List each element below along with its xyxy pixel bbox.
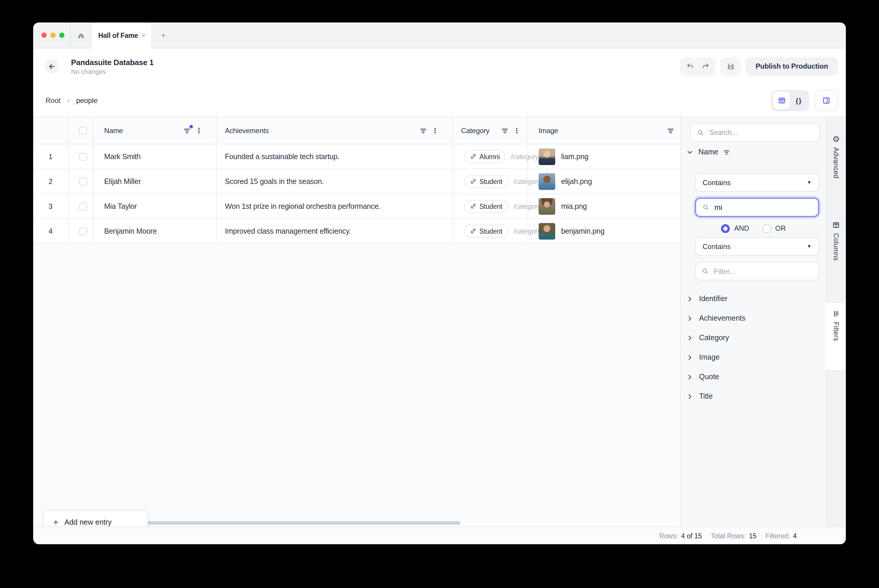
achievement-cell[interactable]: Improved class management efficiency.	[225, 219, 351, 243]
row-number: 1	[33, 144, 68, 169]
redo-button[interactable]	[702, 62, 710, 70]
image-cell[interactable]: benjamin.png	[539, 219, 605, 243]
close-window-button[interactable]	[41, 33, 47, 38]
plus-icon: +	[53, 517, 59, 526]
operator-select-1[interactable]: Contains ▼	[695, 173, 819, 192]
name-cell[interactable]: Benjamin Moore	[104, 219, 157, 243]
data-grid: Name ⋮ Achievements ⋮	[33, 117, 680, 244]
row-checkbox[interactable]	[79, 177, 87, 185]
achievement-cell[interactable]: Founded a sustainable tech startup.	[225, 144, 340, 169]
collapsed-filter-section[interactable]: Identifier	[686, 292, 727, 305]
table-row[interactable]: 3 Mia Taylor Won 1st prize in regional o…	[33, 194, 680, 219]
collapsed-section-label: Quote	[699, 373, 719, 381]
collapsed-filter-section[interactable]: Quote	[686, 370, 719, 383]
operator-value: Contains	[703, 242, 731, 250]
filter-section-name[interactable]: Name	[686, 146, 731, 159]
filter-icon-image[interactable]	[667, 126, 675, 135]
tab-close-icon[interactable]: ×	[141, 32, 146, 39]
image-thumbnail[interactable]	[539, 223, 555, 239]
collapsed-filter-section[interactable]: Achievements	[686, 312, 745, 325]
operator-select-2[interactable]: Contains ▼	[695, 237, 819, 255]
name-cell[interactable]: Mark Smith	[104, 144, 141, 169]
collapsed-filter-section[interactable]: Image	[686, 351, 720, 364]
column-menu-category[interactable]: ⋮	[513, 127, 520, 134]
breadcrumb-root[interactable]: Root	[45, 96, 61, 104]
collapsed-filter-section[interactable]: Title	[686, 390, 713, 403]
screen: Hall of Fame × + Pandasuite Database 1 N…	[0, 0, 879, 588]
side-panel-toggle-button[interactable]	[814, 90, 838, 111]
radio-selected-icon	[721, 224, 730, 233]
category-cell[interactable]: Student /category	[464, 194, 541, 218]
column-header-image[interactable]: Image	[539, 117, 558, 144]
image-thumbnail[interactable]	[539, 148, 555, 165]
image-cell[interactable]: elijah.png	[539, 169, 592, 194]
or-label: OR	[775, 224, 786, 232]
minimize-window-button[interactable]	[50, 33, 56, 38]
filter-query-input[interactable]: mi	[695, 198, 819, 217]
zoom-window-button[interactable]	[59, 33, 65, 38]
panel-search-input[interactable]: Search...	[690, 123, 820, 142]
save-button[interactable]	[721, 57, 741, 75]
new-tab-button[interactable]: +	[151, 22, 176, 48]
filtered-value: 4	[793, 532, 797, 539]
home-tab-button[interactable]	[71, 22, 91, 48]
json-view-button[interactable]: {}	[790, 92, 807, 109]
image-cell[interactable]: mia.png	[539, 194, 587, 218]
tab-hall-of-fame[interactable]: Hall of Fame ×	[91, 22, 151, 48]
app-window: Hall of Fame × + Pandasuite Database 1 N…	[33, 22, 846, 544]
category-cell[interactable]: Student /category	[464, 219, 541, 243]
image-thumbnail[interactable]	[539, 198, 555, 214]
filter-icon-category[interactable]	[501, 126, 509, 135]
publish-button[interactable]: Publish to Production	[746, 57, 838, 75]
columns-icon	[832, 221, 840, 229]
column-header-name[interactable]: Name	[104, 117, 123, 144]
table-view-button[interactable]	[773, 92, 790, 109]
image-cell[interactable]: liam.png	[539, 144, 588, 169]
category-cell[interactable]: Student /category	[464, 169, 541, 194]
column-divider	[527, 117, 528, 244]
row-checkbox[interactable]	[79, 202, 87, 210]
search-icon	[702, 204, 710, 211]
category-pill[interactable]: Student	[464, 200, 508, 213]
view-mode-toggle: {}	[771, 90, 809, 111]
tab-bar: Hall of Fame × +	[33, 22, 846, 48]
filter-icon-achievements[interactable]	[419, 126, 427, 135]
back-button[interactable]	[44, 59, 59, 74]
add-new-entry-button[interactable]: + Add new entry	[43, 510, 148, 526]
category-cell[interactable]: Alumni /category	[464, 144, 538, 169]
achievement-cell[interactable]: Won 1st prize in regional orchestra perf…	[225, 194, 381, 218]
row-checkbox[interactable]	[79, 227, 87, 235]
column-menu-name[interactable]: ⋮	[195, 127, 203, 134]
category-pill[interactable]: Student	[464, 175, 508, 188]
column-header-achievements[interactable]: Achievements	[225, 117, 269, 144]
and-radio[interactable]: AND	[721, 224, 749, 233]
undo-button[interactable]	[686, 62, 695, 70]
side-tab-advanced[interactable]: ⚙ Advanced	[826, 135, 846, 178]
image-thumbnail[interactable]	[539, 173, 555, 190]
achievement-cell[interactable]: Scored 15 goals in the season.	[225, 169, 324, 194]
and-label: AND	[734, 224, 749, 232]
or-radio[interactable]: OR	[762, 224, 786, 233]
table-row[interactable]: 1 Mark Smith Founded a sustainable tech …	[33, 144, 680, 169]
breadcrumb-current[interactable]: people	[76, 96, 98, 104]
chevron-down-icon	[686, 148, 694, 156]
table-row[interactable]: 4 Benjamin Moore Improved class manageme…	[33, 219, 680, 244]
status-filtered: Filtered: 4	[765, 532, 797, 539]
row-number: 2	[33, 169, 68, 194]
select-all-checkbox[interactable]	[79, 127, 87, 134]
column-header-category[interactable]: Category	[461, 117, 490, 144]
table-row[interactable]: 2 Elijah Miller Scored 15 goals in the s…	[33, 169, 680, 194]
name-cell[interactable]: Elijah Miller	[104, 169, 141, 194]
filter-icon-name[interactable]	[183, 126, 191, 135]
side-tab-columns[interactable]: Columns	[826, 221, 846, 261]
category-pill-label: Student	[479, 202, 502, 210]
name-cell[interactable]: Mia Taylor	[104, 194, 137, 218]
category-pill[interactable]: Alumni	[464, 150, 506, 163]
secondary-filter-input[interactable]: Filter...	[695, 262, 819, 280]
column-menu-achievements[interactable]: ⋮	[431, 127, 439, 134]
row-checkbox[interactable]	[79, 153, 87, 160]
horizontal-scrollbar[interactable]	[83, 521, 678, 525]
side-tab-filters[interactable]: Filters	[826, 310, 846, 341]
collapsed-filter-section[interactable]: Category	[686, 331, 729, 344]
category-pill[interactable]: Student	[464, 225, 508, 237]
